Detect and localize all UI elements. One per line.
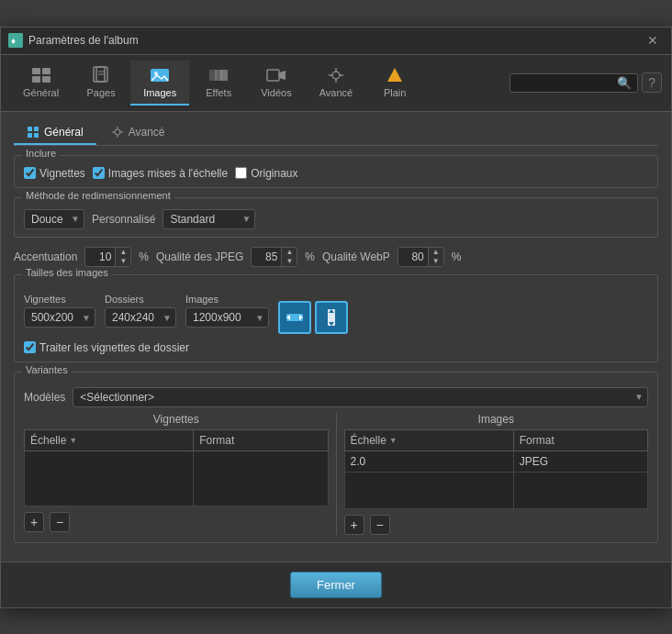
images-checkbox[interactable] bbox=[93, 167, 105, 179]
images-col-title: Images bbox=[344, 413, 649, 426]
dossiers-size-group: Dossiers 240x240 180x180 320x320 ▼ bbox=[105, 294, 176, 328]
vignettes-table-actions: + − bbox=[24, 512, 329, 532]
tab-videos-label: Vidéos bbox=[261, 87, 291, 98]
accentuation-up-btn[interactable]: ▲ bbox=[116, 248, 130, 257]
images-size-select-wrap[interactable]: 1200x900 800x600 1600x1200 ▼ bbox=[185, 307, 269, 328]
originaux-checkbox-wrap[interactable]: Originaux bbox=[235, 167, 297, 180]
avance-icon bbox=[325, 66, 347, 84]
main-window: ♦ Paramètres de l'album ✕ Général bbox=[0, 27, 672, 608]
close-button[interactable]: Fermer bbox=[290, 572, 382, 598]
webp-down-btn[interactable]: ▼ bbox=[429, 257, 443, 266]
table-row[interactable]: 2.0JPEG bbox=[344, 450, 648, 472]
svg-marker-22 bbox=[387, 68, 402, 82]
tab-avance[interactable]: Avancé bbox=[307, 61, 366, 106]
webp-up-btn[interactable]: ▲ bbox=[429, 248, 443, 257]
vertical-resize-btn[interactable] bbox=[315, 301, 348, 334]
tab-images[interactable]: Images bbox=[130, 61, 189, 106]
pages-icon bbox=[90, 66, 112, 84]
tab-pages[interactable]: Pages bbox=[73, 61, 129, 106]
type-select[interactable]: Standard Personnalisé bbox=[162, 209, 255, 229]
horizontal-resize-btn[interactable] bbox=[278, 301, 311, 334]
accentuation-label: Accentuation bbox=[14, 250, 77, 263]
vignettes-remove-btn[interactable]: − bbox=[50, 512, 70, 532]
tailles-section: Tailles des images Vignettes 500x200 100… bbox=[14, 274, 658, 362]
webp-spinner[interactable]: 80 ▲ ▼ bbox=[398, 247, 444, 267]
methode-section: Méthode de redimensionnement Douce Nette… bbox=[14, 197, 658, 238]
svg-rect-23 bbox=[28, 127, 32, 131]
vignettes-add-btn[interactable]: + bbox=[24, 512, 44, 532]
tab-plain[interactable]: Plain bbox=[367, 61, 422, 106]
toolbar: Général Pages bbox=[1, 55, 671, 112]
subtab-general[interactable]: Général bbox=[14, 121, 96, 145]
images-icon bbox=[149, 66, 171, 84]
vignettes-table: Échelle ▼ Format bbox=[24, 429, 329, 506]
close-button[interactable]: ✕ bbox=[642, 31, 664, 50]
traiter-checkbox[interactable] bbox=[24, 341, 36, 353]
traiter-label: Traiter les vignettes de dossier bbox=[39, 341, 189, 354]
dossiers-size-select[interactable]: 240x240 180x180 320x320 bbox=[105, 307, 176, 328]
accentuation-down-btn[interactable]: ▼ bbox=[116, 257, 130, 266]
variantes-section: Variantes Modèles <Sélectionner> ▼ Vigne… bbox=[14, 372, 658, 543]
window-title: Paramètres de l'album bbox=[28, 34, 642, 47]
variantes-cols: Vignettes Échelle ▼ bbox=[24, 413, 648, 535]
methode-select-wrap[interactable]: Douce Nette Auto ▼ bbox=[24, 209, 84, 229]
images-size-select[interactable]: 1200x900 800x600 1600x1200 bbox=[185, 307, 269, 328]
webp-label: Qualité WebP bbox=[322, 250, 390, 263]
tab-videos[interactable]: Vidéos bbox=[248, 61, 304, 106]
tailles-title: Tailles des images bbox=[22, 267, 112, 278]
vignettes-size-group: Vignettes 500x200 100x100 200x200 ▼ bbox=[24, 294, 95, 328]
tab-avance-label: Avancé bbox=[319, 87, 353, 98]
vignettes-size-select-wrap[interactable]: 500x200 100x100 200x200 ▼ bbox=[24, 307, 95, 328]
subtab-avance[interactable]: Avancé bbox=[98, 121, 178, 145]
search-input[interactable] bbox=[516, 76, 613, 89]
images-echelle-header[interactable]: Échelle ▼ bbox=[344, 429, 513, 450]
images-add-btn[interactable]: + bbox=[344, 515, 364, 535]
originaux-label: Originaux bbox=[251, 167, 297, 180]
vignettes-size-select[interactable]: 500x200 100x100 200x200 bbox=[24, 307, 95, 328]
dossiers-size-select-wrap[interactable]: 240x240 180x180 320x320 ▼ bbox=[105, 307, 176, 328]
images-table-actions: + − bbox=[344, 515, 649, 535]
images-remove-btn[interactable]: − bbox=[370, 515, 390, 535]
footer: Fermer bbox=[1, 562, 671, 607]
images-echelle-sort-icon: ▼ bbox=[389, 436, 398, 445]
jpeg-down-btn[interactable]: ▼ bbox=[282, 257, 297, 266]
tab-general[interactable]: Général bbox=[10, 61, 72, 106]
tab-pages-label: Pages bbox=[87, 87, 116, 98]
vignettes-format-header[interactable]: Format bbox=[194, 429, 328, 450]
tab-plain-label: Plain bbox=[384, 87, 406, 98]
jpeg-spinner[interactable]: 85 ▲ ▼ bbox=[251, 247, 297, 267]
originaux-checkbox[interactable] bbox=[235, 167, 247, 179]
methode-select[interactable]: Douce Nette Auto bbox=[24, 209, 84, 229]
vignettes-echelle-header[interactable]: Échelle ▼ bbox=[25, 429, 194, 450]
webp-input[interactable]: 80 bbox=[398, 248, 428, 266]
vignettes-checkbox-wrap[interactable]: Vignettes bbox=[24, 167, 85, 180]
titlebar: ♦ Paramètres de l'album ✕ bbox=[1, 28, 671, 55]
search-box[interactable]: 🔍 bbox=[510, 73, 638, 93]
accentuation-input[interactable]: 10 bbox=[85, 248, 115, 266]
vignettes-size-label: Vignettes bbox=[24, 294, 95, 305]
jpeg-unit: % bbox=[305, 250, 315, 263]
jpeg-up-btn[interactable]: ▲ bbox=[282, 248, 297, 257]
svg-rect-4 bbox=[32, 76, 40, 83]
vignettes-checkbox[interactable] bbox=[24, 167, 36, 179]
accentuation-unit: % bbox=[139, 250, 149, 263]
svg-rect-25 bbox=[28, 133, 32, 138]
images-format-header[interactable]: Format bbox=[513, 429, 647, 450]
svg-marker-16 bbox=[279, 71, 286, 80]
type-select-wrap[interactable]: Standard Personnalisé ▼ bbox=[162, 209, 255, 229]
images-label: Images mises à l'échelle bbox=[108, 167, 228, 180]
vignettes-empty-row bbox=[25, 450, 329, 506]
subtab-general-label: Général bbox=[44, 126, 84, 139]
help-button[interactable]: ? bbox=[642, 72, 662, 93]
traiter-checkbox-wrap[interactable]: Traiter les vignettes de dossier bbox=[24, 341, 648, 354]
svg-point-17 bbox=[332, 72, 340, 79]
images-checkbox-wrap[interactable]: Images mises à l'échelle bbox=[93, 167, 228, 180]
images-size-group: Images 1200x900 800x600 1600x1200 ▼ bbox=[185, 294, 269, 328]
table-row-empty bbox=[344, 472, 648, 508]
modeles-select-wrap[interactable]: <Sélectionner> ▼ bbox=[73, 387, 648, 407]
subtab-avance-label: Avancé bbox=[129, 126, 165, 139]
jpeg-input[interactable]: 85 bbox=[252, 248, 281, 266]
tab-effets[interactable]: Effets bbox=[191, 61, 246, 106]
accentuation-spinner[interactable]: 10 ▲ ▼ bbox=[84, 247, 131, 267]
modeles-select[interactable]: <Sélectionner> bbox=[73, 387, 648, 407]
